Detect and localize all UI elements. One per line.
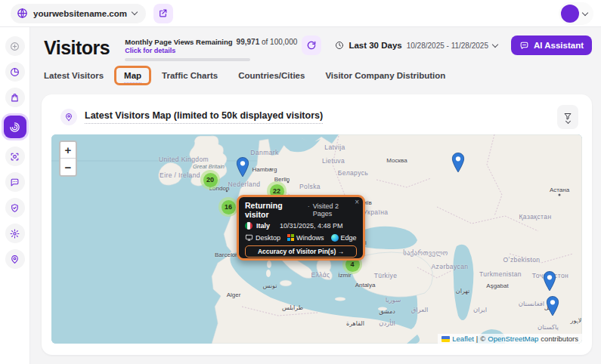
map-label: ایران	[473, 306, 487, 313]
chevron-down-icon	[582, 9, 588, 15]
sidebar	[0, 27, 30, 364]
sidebar-item-settings[interactable]	[5, 224, 25, 243]
map-label: Hamburg	[252, 166, 277, 173]
accuracy-button[interactable]: Accuracy of Visitor Pin(s) →	[245, 245, 357, 258]
map-label: سوريا	[386, 296, 401, 304]
website-domain: yourwebsitename.com	[33, 9, 127, 18]
windows-icon	[287, 234, 294, 241]
leaflet-link[interactable]: Leaflet	[452, 335, 474, 343]
map-label: Қазақстан	[519, 213, 552, 221]
map-label: Latvija	[324, 143, 345, 151]
quota-label: Monthly Page Views Remaining	[125, 38, 232, 46]
map-attribution: Leaflet | © OpenStreetMap contributors	[438, 334, 582, 344]
visitor-country: Italy	[256, 222, 270, 230]
sidebar-item-geolocation[interactable]	[5, 249, 25, 269]
tab-countries-cities[interactable]: Countries/Cities	[238, 71, 305, 80]
chat-bubble-icon	[10, 177, 20, 187]
map-label: Polska	[299, 183, 321, 190]
visitor-pin-marker[interactable]	[237, 157, 249, 180]
open-site-button[interactable]	[153, 4, 173, 23]
sidebar-item-security[interactable]	[5, 198, 25, 217]
date-range-picker[interactable]: Last 30 Days 10/28/2025 - 11/28/2025	[327, 35, 505, 55]
visitor-pin-marker[interactable]	[544, 271, 556, 295]
date-preset: Last 30 Days	[349, 41, 401, 50]
quota-details-link[interactable]: Click for details	[125, 47, 252, 54]
clock-icon	[335, 41, 344, 50]
sidebar-item-messages[interactable]	[5, 172, 25, 192]
radar-icon	[9, 122, 20, 133]
visitor-tooltip: × Returning visitor · Visited 2 Pages It…	[237, 195, 365, 261]
map-label: الأردن	[379, 319, 395, 327]
map-label: Antalya	[355, 282, 376, 288]
visitor-cluster-marker[interactable]: 16	[218, 197, 238, 217]
device-type: Desktop	[256, 234, 280, 242]
shopping-bag-icon	[10, 93, 20, 103]
external-link-icon	[158, 8, 168, 18]
pie-chart-icon	[10, 67, 20, 77]
map-label: Alger	[227, 292, 241, 298]
osm-link[interactable]: OpenStreetMap	[488, 335, 538, 343]
os-name: Windows	[296, 234, 324, 242]
map-label: Azərbaycan	[432, 263, 469, 270]
map-label: Great Britain	[193, 163, 225, 170]
tab-visitor-company-distribution[interactable]: Visitor Company Distribution	[325, 71, 445, 80]
desktop-icon	[245, 233, 253, 242]
map-filter-button[interactable]	[557, 105, 578, 129]
zoom-in-button[interactable]: +	[60, 142, 76, 159]
tab-map[interactable]: Map	[114, 66, 151, 85]
visit-datetime: 10/31/2025, 4:48 PM	[280, 222, 343, 230]
gear-icon	[10, 229, 20, 239]
map-label: Aşgabat	[486, 282, 508, 289]
close-icon[interactable]: ×	[355, 198, 359, 206]
map-pin-icon	[10, 254, 20, 264]
map-zoom-control: + −	[59, 140, 77, 177]
pages-visited: Visited 2 Pages	[313, 202, 357, 217]
visitor-type: Returning visitor	[245, 201, 305, 219]
map-label: Oʻzbekiston	[503, 256, 541, 264]
chat-icon	[519, 41, 529, 51]
map-label: Eire / Ireland	[160, 171, 200, 179]
map-label: افغانستان	[519, 300, 544, 307]
edge-icon	[331, 234, 339, 242]
visitors-map[interactable]: + − × Returning visitor · Visited 2 Page…	[51, 134, 582, 344]
map-label: United Kingdom	[159, 156, 209, 163]
quota-value: 99,971 of 100,000	[237, 38, 298, 46]
visitor-pin-marker[interactable]	[547, 296, 559, 319]
map-card: Latest Visitors Map (limited to 50k disp…	[42, 94, 592, 355]
tab-latest-visitors[interactable]: Latest Visitors	[44, 71, 104, 80]
visitor-pin-marker[interactable]	[452, 153, 465, 176]
map-label: Беларусь	[338, 169, 368, 177]
map-label: پاکستان	[537, 323, 559, 331]
map-label: Nederland	[228, 180, 261, 188]
sidebar-item-store[interactable]	[5, 88, 25, 107]
sidebar-item-new[interactable]	[5, 36, 25, 56]
ukraine-flag-icon	[441, 336, 450, 342]
sidebar-item-analytics[interactable]	[5, 62, 25, 82]
map-pin-icon	[60, 109, 77, 125]
map-label: Москва	[386, 157, 407, 164]
refresh-icon	[306, 40, 317, 51]
quota-widget: Monthly Page Views Remaining 99,971 of 1…	[125, 38, 252, 61]
top-bar: yourwebsitename.com	[0, 0, 601, 27]
map-label: القاهرة	[346, 320, 364, 327]
account-menu[interactable]	[559, 2, 593, 25]
avatar	[561, 5, 579, 23]
map-label: Turkmenistan	[479, 270, 522, 278]
refresh-button[interactable]	[302, 35, 321, 55]
map-label: Україна	[364, 208, 389, 216]
ai-assistant-button[interactable]: AI Assistant	[511, 35, 592, 55]
map-label: Türkiye	[374, 272, 398, 279]
map-label: تهران	[456, 288, 469, 295]
chevron-down-icon	[492, 41, 498, 47]
tab-bar: Latest VisitorsMapTraffic ChartsCountrie…	[44, 71, 445, 80]
zoom-out-button[interactable]: −	[60, 159, 76, 175]
visitor-cluster-marker[interactable]: 20	[200, 170, 220, 190]
sidebar-item-tracking[interactable]	[5, 147, 25, 166]
website-selector[interactable]: yourwebsitename.com	[11, 4, 146, 23]
circle-plus-icon	[10, 42, 20, 51]
map-label: العراق	[411, 306, 429, 313]
tab-traffic-charts[interactable]: Traffic Charts	[162, 71, 218, 80]
map-label: دمشق	[379, 308, 395, 315]
sidebar-item-visitors[interactable]	[4, 116, 26, 138]
globe-icon	[17, 8, 28, 19]
